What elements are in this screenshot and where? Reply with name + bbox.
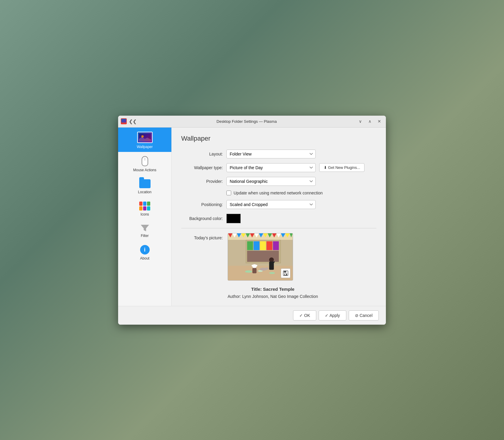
sidebar-item-icons[interactable]: Icons bbox=[118, 197, 171, 219]
sidebar-about-label: About bbox=[140, 256, 149, 260]
provider-row: Provider: National Geographic Bing Unspl… bbox=[181, 177, 376, 186]
collapse-button[interactable]: ❮❮ bbox=[129, 118, 136, 125]
picture-author: Author: Lynn Johnson, Nat Geo Image Coll… bbox=[228, 294, 318, 299]
svg-rect-44 bbox=[284, 271, 286, 273]
svg-rect-29 bbox=[273, 241, 279, 250]
svg-point-40 bbox=[269, 272, 275, 274]
minimize-button[interactable]: ∨ bbox=[356, 117, 364, 125]
sidebar-icons-label: Icons bbox=[140, 212, 149, 216]
picture-title-value-text: Sacred Temple bbox=[263, 287, 295, 292]
positioning-label: Positioning: bbox=[181, 202, 223, 207]
content-area: Wallpaper Mouse Actions Location bbox=[118, 128, 386, 306]
about-icon: i bbox=[140, 245, 150, 254]
sidebar-location-label: Location bbox=[138, 190, 151, 194]
divider bbox=[181, 228, 376, 228]
svg-rect-26 bbox=[253, 241, 259, 250]
page-title: Wallpaper bbox=[181, 135, 376, 142]
positioning-row: Positioning: Scaled and Cropped Scaled C… bbox=[181, 200, 376, 209]
window-controls: ∨ ∧ ✕ bbox=[356, 117, 384, 125]
layout-select[interactable]: Folder View Desktop bbox=[226, 150, 316, 158]
settings-form: Layout: Folder View Desktop Wallpaper ty… bbox=[181, 150, 376, 223]
get-new-plugins-button[interactable]: ⬇ Get New Plugins... bbox=[319, 163, 364, 172]
wallpaper-type-row: Wallpaper type: Picture of the Day Image… bbox=[181, 163, 376, 172]
main-window: ❮❮ Desktop Folder Settings — Plasma ∨ ∧ … bbox=[118, 116, 386, 325]
filter-icon bbox=[140, 224, 150, 232]
picture-title-label-text: Title: bbox=[251, 287, 263, 292]
wallpaper-icon bbox=[137, 132, 153, 143]
title-author-section: Title: Sacred Temple Author: Lynn Johnso… bbox=[228, 287, 318, 299]
folder-icon bbox=[139, 179, 151, 188]
preview-image-container bbox=[228, 233, 293, 281]
ok-button[interactable]: ✓ OK bbox=[293, 310, 316, 320]
svg-rect-25 bbox=[247, 241, 253, 250]
icons-icon bbox=[139, 202, 151, 210]
sidebar-item-location[interactable]: Location bbox=[118, 175, 171, 197]
metered-network-checkbox[interactable] bbox=[226, 191, 231, 195]
cancel-button[interactable]: ⊘ Cancel bbox=[349, 310, 379, 320]
window-title: Desktop Folder Settings — Plasma bbox=[137, 119, 356, 124]
svg-rect-46 bbox=[285, 274, 286, 275]
wallpaper-type-label: Wallpaper type: bbox=[181, 165, 223, 170]
provider-label: Provider: bbox=[181, 179, 223, 184]
layout-row: Layout: Folder View Desktop bbox=[181, 150, 376, 158]
todays-picture-label: Today's picture: bbox=[181, 233, 223, 240]
metered-network-row: Update when using metered network connec… bbox=[226, 191, 376, 195]
svg-rect-27 bbox=[260, 241, 266, 250]
mouse-icon bbox=[142, 156, 148, 166]
save-image-button[interactable] bbox=[281, 268, 290, 278]
maximize-button[interactable]: ∧ bbox=[366, 117, 374, 125]
sidebar-item-wallpaper[interactable]: Wallpaper bbox=[118, 128, 171, 152]
sidebar-mouse-label: Mouse Actions bbox=[133, 168, 156, 172]
bg-color-swatch[interactable] bbox=[226, 214, 241, 223]
positioning-select[interactable]: Scaled and Cropped Scaled Cropped Center… bbox=[226, 200, 316, 209]
svg-point-42 bbox=[265, 267, 268, 270]
svg-point-32 bbox=[269, 257, 274, 262]
sidebar: Wallpaper Mouse Actions Location bbox=[118, 128, 172, 306]
close-button[interactable]: ✕ bbox=[375, 117, 384, 125]
app-icon bbox=[120, 118, 127, 125]
apply-button[interactable]: ✓ Apply bbox=[319, 310, 346, 320]
svg-rect-2 bbox=[122, 119, 126, 122]
sidebar-item-about[interactable]: i About bbox=[118, 241, 171, 263]
metered-network-label: Update when using metered network connec… bbox=[234, 191, 323, 195]
svg-point-38 bbox=[245, 270, 252, 273]
wallpaper-type-select[interactable]: Picture of the Day Image Slideshow Plain… bbox=[226, 163, 316, 172]
titlebar: ❮❮ Desktop Folder Settings — Plasma ∨ ∧ … bbox=[118, 116, 386, 128]
sidebar-wallpaper-label: Wallpaper bbox=[137, 145, 153, 149]
preview-image-area: Title: Sacred Temple Author: Lynn Johnso… bbox=[228, 233, 318, 299]
picture-title: Title: Sacred Temple bbox=[228, 287, 318, 292]
wallpaper-type-control: Picture of the Day Image Slideshow Plain… bbox=[226, 163, 316, 172]
bottom-bar: ✓ OK ✓ Apply ⊘ Cancel bbox=[118, 306, 386, 325]
svg-rect-30 bbox=[247, 251, 279, 262]
provider-select[interactable]: National Geographic Bing Unsplash bbox=[226, 177, 316, 186]
sidebar-item-filter[interactable]: Filter bbox=[118, 219, 171, 241]
svg-rect-28 bbox=[267, 241, 273, 250]
bg-color-label: Background color: bbox=[181, 216, 223, 221]
layout-label: Layout: bbox=[181, 152, 223, 156]
bg-color-row: Background color: bbox=[181, 214, 376, 223]
provider-control: National Geographic Bing Unsplash bbox=[226, 177, 316, 186]
svg-point-37 bbox=[251, 264, 257, 267]
main-panel: Wallpaper Layout: Folder View Desktop Wa… bbox=[172, 128, 386, 306]
sidebar-item-mouse-actions[interactable]: Mouse Actions bbox=[118, 152, 171, 175]
sidebar-filter-label: Filter bbox=[141, 234, 149, 238]
todays-picture-section: Today's picture: bbox=[181, 233, 376, 299]
positioning-control: Scaled and Cropped Scaled Cropped Center… bbox=[226, 200, 316, 209]
layout-control: Folder View Desktop bbox=[226, 150, 316, 158]
svg-rect-36 bbox=[252, 268, 256, 273]
